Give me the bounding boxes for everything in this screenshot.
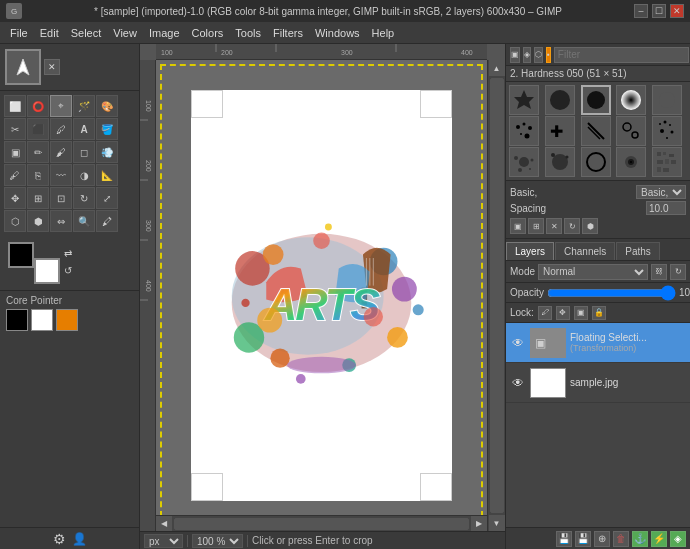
close-button[interactable]: ✕ — [670, 4, 684, 18]
scroll-up-arrow[interactable]: ▲ — [489, 60, 505, 76]
tool-flip[interactable]: ⇔ — [50, 210, 72, 232]
tool-crop[interactable]: ⊡ — [50, 187, 72, 209]
tool-perspective[interactable]: ⬢ — [27, 210, 49, 232]
brush-thumb-soft1[interactable] — [616, 85, 646, 115]
foreground-color-swatch[interactable] — [8, 242, 34, 268]
maximize-button[interactable]: ☐ — [652, 4, 666, 18]
tool-zoom[interactable]: 🔍 — [73, 210, 95, 232]
brush-tool-btn1[interactable]: ▣ — [510, 218, 526, 234]
brush-pattern-icon3[interactable]: ⬡ — [534, 47, 543, 63]
brush-thumb-soft2[interactable] — [652, 85, 682, 115]
brush-thumb-lines[interactable] — [581, 116, 611, 146]
brush-tool-btn2[interactable]: ⊞ — [528, 218, 544, 234]
tool-options-close[interactable]: ✕ — [44, 59, 60, 75]
hscroll-thumb[interactable] — [174, 518, 469, 530]
horizontal-scrollbar[interactable]: ◀ ▶ — [156, 515, 487, 531]
menu-filters[interactable]: Filters — [267, 25, 309, 41]
tool-ink[interactable]: 🖋 — [4, 164, 26, 186]
vscroll-thumb[interactable] — [490, 78, 504, 513]
brush-thumb-star[interactable] — [509, 85, 539, 115]
unit-select[interactable]: px % mm — [144, 534, 183, 548]
canvas-viewport[interactable]: ARTS ARTS — [156, 60, 487, 531]
tool-color-picker[interactable]: 🖍 — [96, 210, 118, 232]
lock-alpha-btn[interactable]: ▣ — [574, 306, 588, 320]
brush-thumb-texture[interactable] — [652, 147, 682, 177]
tool-scale[interactable]: ⤢ — [96, 187, 118, 209]
tool-ellipse-select[interactable]: ⭕ — [27, 95, 49, 117]
brush-tool-btn3[interactable]: ✕ — [546, 218, 562, 234]
tool-blend[interactable]: ▣ — [4, 141, 26, 163]
menu-edit[interactable]: Edit — [34, 25, 65, 41]
zoom-select[interactable]: 100 % 50 % 200 % — [192, 534, 243, 548]
tool-airbrush[interactable]: 💨 — [96, 141, 118, 163]
tab-paths[interactable]: Paths — [616, 242, 660, 260]
tool-rotate[interactable]: ↻ — [73, 187, 95, 209]
brush-thumb-stipple[interactable] — [652, 116, 682, 146]
lock-position-btn[interactable]: ✥ — [556, 306, 570, 320]
layer-merge-btn[interactable]: ⚡ — [651, 531, 667, 547]
menu-windows[interactable]: Windows — [309, 25, 366, 41]
toolbox-add-icon[interactable]: 👤 — [72, 532, 87, 546]
layer-add-btn[interactable]: 💾 — [556, 531, 572, 547]
layer-new-btn[interactable]: 💾 — [575, 531, 591, 547]
brush-pattern-icon4[interactable]: ▪ — [546, 47, 551, 63]
minimize-button[interactable]: – — [634, 4, 648, 18]
tab-channels[interactable]: Channels — [555, 242, 615, 260]
menu-select[interactable]: Select — [65, 25, 108, 41]
background-color-swatch[interactable] — [34, 258, 60, 284]
opacity-slider[interactable] — [547, 287, 676, 299]
core-pointer-orange-swatch[interactable] — [56, 309, 78, 331]
tool-foreground-select[interactable]: ⬛ — [27, 118, 49, 140]
tool-select-by-color[interactable]: 🎨 — [96, 95, 118, 117]
menu-file[interactable]: File — [4, 25, 34, 41]
brush-thumb-spray[interactable] — [616, 147, 646, 177]
tool-fuzzy-select[interactable]: 🪄 — [73, 95, 95, 117]
brush-thumb-circle-scatter[interactable] — [616, 116, 646, 146]
tool-text[interactable]: A — [73, 118, 95, 140]
tab-layers[interactable]: Layers — [506, 242, 554, 260]
basic-options-select[interactable]: Basic, — [636, 185, 686, 199]
tool-rect-select[interactable]: ⬜ — [4, 95, 26, 117]
layer-float-btn[interactable]: ◈ — [670, 531, 686, 547]
tool-measure[interactable]: 📐 — [96, 164, 118, 186]
brush-tool-btn4[interactable]: ↻ — [564, 218, 580, 234]
tool-bucket-fill[interactable]: 🪣 — [96, 118, 118, 140]
brush-tool-btn5[interactable]: ⬢ — [582, 218, 598, 234]
scroll-right-arrow[interactable]: ▶ — [471, 516, 487, 532]
swap-colors-button[interactable]: ⇄ — [64, 248, 78, 262]
brush-thumb-hardness2[interactable] — [581, 85, 611, 115]
menu-help[interactable]: Help — [366, 25, 401, 41]
brush-thumb-scatter[interactable] — [509, 116, 539, 146]
menu-view[interactable]: View — [107, 25, 143, 41]
menu-colors[interactable]: Colors — [186, 25, 230, 41]
layer-eye-sample[interactable]: 👁 — [510, 375, 526, 391]
tool-paths[interactable]: 🖊 — [50, 118, 72, 140]
spacing-input[interactable] — [646, 201, 686, 215]
tool-smudge[interactable]: 〰 — [50, 164, 72, 186]
brush-pattern-icon2[interactable]: ◈ — [523, 47, 531, 63]
lock-all-btn[interactable]: 🔒 — [592, 306, 606, 320]
brush-thumb-cross[interactable]: ✚ — [545, 116, 575, 146]
layer-item-sample[interactable]: 👁 sample.jpg — [506, 363, 690, 403]
brush-thumb-splatter2[interactable] — [545, 147, 575, 177]
tool-eraser[interactable]: ◻ — [73, 141, 95, 163]
lock-pixels-btn[interactable]: 🖊 — [538, 306, 552, 320]
tool-clone[interactable]: ⎘ — [27, 164, 49, 186]
menu-tools[interactable]: Tools — [229, 25, 267, 41]
scroll-left-arrow[interactable]: ◀ — [156, 516, 172, 532]
tool-dodge-burn[interactable]: ◑ — [73, 164, 95, 186]
layer-anchor-btn[interactable]: ⚓ — [632, 531, 648, 547]
tool-pencil[interactable]: ✏ — [27, 141, 49, 163]
scroll-down-arrow[interactable]: ▼ — [489, 515, 505, 531]
core-pointer-white-swatch[interactable] — [31, 309, 53, 331]
vertical-scrollbar[interactable]: ▲ ▼ — [487, 60, 505, 531]
brush-thumb-outline[interactable] — [581, 147, 611, 177]
brush-pattern-icon1[interactable]: ▣ — [510, 47, 520, 63]
reset-colors-button[interactable]: ↺ — [64, 265, 78, 279]
menu-image[interactable]: Image — [143, 25, 186, 41]
tool-shear[interactable]: ⬡ — [4, 210, 26, 232]
brush-thumb-splatter1[interactable] — [509, 147, 539, 177]
layer-delete-btn[interactable]: 🗑 — [613, 531, 629, 547]
toolbox-config-icon[interactable]: ⚙ — [53, 531, 66, 547]
layer-copy-btn[interactable]: ⊕ — [594, 531, 610, 547]
